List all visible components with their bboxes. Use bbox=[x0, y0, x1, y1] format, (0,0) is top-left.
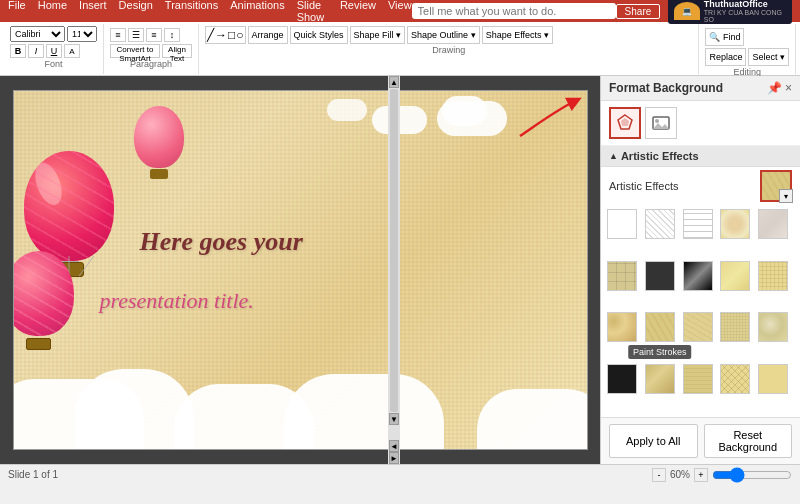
effects-icon-tab[interactable] bbox=[645, 107, 677, 139]
effect-cell-dark2[interactable] bbox=[607, 364, 637, 394]
logo-brand: ThuthuatOffice bbox=[704, 0, 786, 9]
scroll-left-button[interactable]: ◄ bbox=[389, 440, 399, 452]
menu-review[interactable]: Review bbox=[340, 0, 376, 23]
ribbon: Calibri 11 B I U A Font ≡ ☰ ≡ ↕ Convert … bbox=[0, 22, 800, 76]
menu-transitions[interactable]: Transitions bbox=[165, 0, 218, 23]
slide-area: Here goes your presentation title. ▲ ▼ ◄… bbox=[0, 76, 600, 464]
format-background-panel: Format Background 📌 × bbox=[600, 76, 800, 464]
effect-cell-dark[interactable] bbox=[645, 261, 675, 291]
zoom-in-button[interactable]: + bbox=[694, 468, 708, 482]
line-icon: ╱ bbox=[207, 28, 214, 42]
shape-outline-button[interactable]: Shape Outline ▾ bbox=[407, 26, 480, 44]
reset-background-button[interactable]: Reset Background bbox=[704, 424, 793, 458]
zoom-controls: - 60% + bbox=[652, 468, 792, 482]
arrow-shape-icon: → bbox=[215, 28, 227, 42]
font-group-label: Font bbox=[10, 59, 97, 69]
oval-icon: ○ bbox=[236, 28, 243, 42]
scroll-right-button[interactable]: ► bbox=[389, 452, 399, 464]
font-color-button[interactable]: A bbox=[64, 44, 80, 58]
svg-line-2 bbox=[79, 256, 94, 276]
shape-effects-button[interactable]: Shape Effects ▾ bbox=[482, 26, 553, 44]
underline-button[interactable]: U bbox=[46, 44, 62, 58]
cloud-bottom-right bbox=[284, 374, 444, 449]
effect-cell-linen[interactable] bbox=[720, 312, 750, 342]
effect-cell-crumpled[interactable] bbox=[758, 312, 788, 342]
share-button[interactable]: Share bbox=[616, 4, 661, 19]
menu-slideshow[interactable]: Slide Show bbox=[297, 0, 328, 23]
slide-title: Here goes your bbox=[140, 227, 303, 257]
menu-home[interactable]: Home bbox=[38, 0, 67, 23]
svg-marker-8 bbox=[653, 123, 669, 129]
text-direction-button[interactable]: ↕ bbox=[164, 28, 180, 42]
shape-fill-button[interactable]: Shape Fill ▾ bbox=[350, 26, 406, 44]
slide-subtitle: presentation title. bbox=[99, 288, 253, 314]
scroll-down-button[interactable]: ▼ bbox=[389, 413, 399, 425]
slide-scrollbar[interactable]: ▲ ▼ ◄ ► bbox=[388, 76, 400, 464]
effect-cell-stamp[interactable] bbox=[683, 364, 713, 394]
replace-button[interactable]: Replace bbox=[705, 48, 746, 66]
convert-smartart-button[interactable]: Convert to SmartArt bbox=[110, 44, 160, 58]
menu-file[interactable]: File bbox=[8, 0, 26, 23]
artistic-effects-label: Artistic Effects bbox=[609, 180, 678, 192]
apply-to-all-button[interactable]: Apply to All bbox=[609, 424, 698, 458]
font-name-select[interactable]: Calibri bbox=[10, 26, 65, 42]
zoom-out-button[interactable]: - bbox=[652, 468, 666, 482]
search-input[interactable] bbox=[412, 3, 616, 19]
menu-animations[interactable]: Animations bbox=[230, 0, 284, 23]
effect-cell-old[interactable] bbox=[645, 364, 675, 394]
menu-items: File Home Insert Design Transitions Anim… bbox=[8, 0, 412, 23]
effect-cell-line[interactable] bbox=[683, 209, 713, 239]
scroll-track bbox=[390, 89, 398, 412]
menu-design[interactable]: Design bbox=[119, 0, 153, 23]
rect-icon: □ bbox=[228, 28, 235, 42]
slide-info: Slide 1 of 1 bbox=[8, 469, 58, 480]
effect-cell-rough[interactable] bbox=[683, 312, 713, 342]
align-center-button[interactable]: ☰ bbox=[128, 28, 144, 42]
bold-button[interactable]: B bbox=[10, 44, 26, 58]
top-right-actions: Share 💻 ThuthuatOffice TRI KY CUA BAN CO… bbox=[616, 0, 792, 24]
effect-cell-crosshatch[interactable] bbox=[720, 364, 750, 394]
panel-header: Format Background 📌 × bbox=[601, 76, 800, 101]
effect-cell-none[interactable] bbox=[607, 209, 637, 239]
scroll-up-button[interactable]: ▲ bbox=[389, 76, 399, 88]
zoom-slider[interactable] bbox=[712, 469, 792, 481]
effect-cell-watercolor[interactable] bbox=[720, 209, 750, 239]
panel-icon-tabs bbox=[601, 101, 800, 146]
menu-view[interactable]: View bbox=[388, 0, 412, 23]
effect-cell-sandy[interactable] bbox=[720, 261, 750, 291]
arrange-button[interactable]: Arrange bbox=[248, 26, 288, 44]
status-bar: Slide 1 of 1 - 60% + bbox=[0, 464, 800, 484]
slide-container: Here goes your presentation title. bbox=[13, 90, 588, 450]
menu-insert[interactable]: Insert bbox=[79, 0, 107, 23]
zoom-level: 60% bbox=[670, 469, 690, 480]
effect-dropdown-button[interactable]: ▾ bbox=[779, 189, 793, 203]
select-button[interactable]: Select ▾ bbox=[748, 48, 789, 66]
find-button[interactable]: 🔍 Find bbox=[705, 28, 744, 46]
effect-cell-chalk[interactable] bbox=[758, 209, 788, 239]
panel-pin-button[interactable]: 📌 bbox=[767, 81, 782, 95]
artistic-effects-section[interactable]: ▲ Artistic Effects bbox=[601, 146, 800, 167]
small-balloon bbox=[134, 106, 184, 179]
align-left-button[interactable]: ≡ bbox=[110, 28, 126, 42]
svg-point-7 bbox=[655, 119, 659, 123]
effect-cell-canvas[interactable] bbox=[758, 261, 788, 291]
effect-preview-container: ▾ bbox=[760, 170, 792, 202]
effect-cell-bw[interactable] bbox=[683, 261, 713, 291]
align-right-button[interactable]: ≡ bbox=[146, 28, 162, 42]
effect-cell-pencil[interactable] bbox=[645, 209, 675, 239]
effect-cell-mosaic[interactable] bbox=[607, 261, 637, 291]
font-size-select[interactable]: 11 bbox=[67, 26, 97, 42]
effect-cell-paint[interactable]: Paint Strokes bbox=[645, 312, 675, 342]
artistic-effects-row: Artistic Effects ▾ bbox=[601, 167, 800, 205]
section-chevron: ▲ bbox=[609, 151, 618, 161]
paragraph-group-label: Paragraph bbox=[110, 59, 192, 69]
fill-icon-tab[interactable] bbox=[609, 107, 641, 139]
panel-close-button[interactable]: × bbox=[785, 81, 792, 95]
effect-cell-grain[interactable] bbox=[607, 312, 637, 342]
quick-styles-button[interactable]: Quick Styles bbox=[290, 26, 348, 44]
effect-cell-plain[interactable] bbox=[758, 364, 788, 394]
top-bar: File Home Insert Design Transitions Anim… bbox=[0, 0, 800, 22]
main-layout: Here goes your presentation title. ▲ ▼ ◄… bbox=[0, 76, 800, 464]
italic-button[interactable]: I bbox=[28, 44, 44, 58]
align-text-button[interactable]: Align Text bbox=[162, 44, 192, 58]
